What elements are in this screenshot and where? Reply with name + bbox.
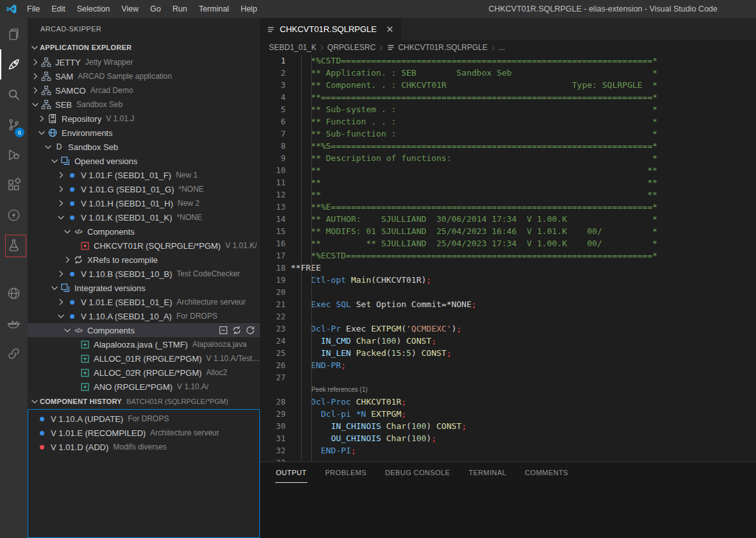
code-line-3[interactable]: 3 ** Component. . : CHKCVT01R Type: SQLR… bbox=[260, 79, 756, 91]
tree-item-sam[interactable]: SAMARCAD Sample application bbox=[28, 69, 260, 83]
breadcrumb-item-sebd1-01-k[interactable]: SEBD1_01_K bbox=[269, 43, 316, 52]
panel-tab-comments[interactable]: COMMENTS bbox=[524, 462, 569, 483]
chevron-down-icon[interactable] bbox=[37, 128, 47, 138]
code-line-12[interactable]: 12 ** ** bbox=[260, 189, 756, 201]
code-line-7[interactable]: 7 ** Sub-function : * bbox=[260, 128, 756, 140]
tree-item-xrefs-to-recompile[interactable]: XRefs to recompile bbox=[28, 253, 260, 267]
editor-tab-chkcvt01r[interactable]: CHKCVT01R.SQLRPGLE bbox=[260, 18, 401, 40]
chevron-right-icon[interactable] bbox=[56, 297, 66, 307]
code-line-22[interactable]: 22 bbox=[260, 310, 756, 323]
code-line-2[interactable]: 2 ** Application. : SEB Sandbox Seb * bbox=[260, 67, 756, 79]
breadcrumb-item-chkcvt01r-sqlrpgle[interactable]: CHKCVT01R.SQLRPGLE bbox=[386, 43, 487, 52]
code-line-26[interactable]: 26 END-PR; bbox=[260, 359, 756, 371]
code-line-23[interactable]: 23 Dcl-Pr Exec EXTPGM('QCMDEXC'); bbox=[260, 323, 756, 335]
chevron-down-icon[interactable] bbox=[56, 212, 66, 223]
menu-run[interactable]: Run bbox=[167, 0, 193, 18]
code-line-19[interactable]: 19 Ctl-opt Main(CHKCVT01R); bbox=[260, 274, 756, 286]
tree-item-v-1-01-k-sebd1-01-k[interactable]: V 1.01.K (SEBD1_01_K)*NONE bbox=[28, 210, 260, 224]
chevron-right-icon[interactable] bbox=[56, 170, 66, 180]
code-line-1[interactable]: 1 *%CSTD================================… bbox=[260, 55, 756, 67]
history-item-v-1-10-a-update[interactable]: V 1.10.A (UPDATE)For DROPS bbox=[28, 412, 259, 426]
panel-tab-debug-console[interactable]: DEBUG CONSOLE bbox=[384, 462, 451, 483]
component-history-header[interactable]: COMPONENT HISTORY BATCH01R (SQLRPGLE/*PG… bbox=[28, 394, 260, 409]
link-icon[interactable] bbox=[0, 339, 28, 369]
chevron-right-icon[interactable] bbox=[37, 113, 47, 124]
panel-tab-problems[interactable]: PROBLEMS bbox=[325, 462, 367, 483]
history-item-v-1-01-d-add[interactable]: V 1.01.D (ADD)Modifs diverses bbox=[28, 440, 259, 454]
extensions-icon[interactable] bbox=[0, 170, 28, 200]
tree-item-components[interactable]: </>Components bbox=[28, 323, 260, 337]
code-line-17[interactable]: 17 *%ECSTD==============================… bbox=[260, 249, 756, 262]
close-tab-icon[interactable] bbox=[385, 24, 395, 34]
menu-terminal[interactable]: Terminal bbox=[193, 0, 235, 18]
tree-item-sandbox-seb[interactable]: DSandbox Seb bbox=[28, 140, 260, 154]
source-control-icon[interactable]: 6 bbox=[0, 110, 28, 140]
tree-item-v-1-01-e-sebd1-01-e[interactable]: V 1.01.E (SEBD1_01_E)Architecture serveu… bbox=[28, 295, 260, 309]
code-line-29[interactable]: 29 Dcl-pi *N EXTPGM; bbox=[260, 408, 756, 420]
breadcrumb-item-[interactable]: ... bbox=[499, 43, 505, 52]
refresh-icon[interactable] bbox=[245, 325, 255, 335]
arcad-skipper-icon[interactable] bbox=[0, 49, 28, 80]
code-line-33[interactable]: 33 bbox=[260, 457, 756, 462]
code-line-28[interactable]: 28 Dcl-Proc CHKCVT01R; bbox=[260, 396, 756, 408]
code-line-16[interactable]: 16 ** ** SJULLIAND 25/04/2023 17:34 V 1.… bbox=[260, 237, 756, 249]
chevron-right-icon[interactable] bbox=[30, 85, 40, 96]
application-explorer-header[interactable]: APPLICATION EXPLORER bbox=[28, 40, 260, 55]
tree-item-v-1-01-h-sebd1-01-h[interactable]: V 1.01.H (SEBD1_01_H)New 2 bbox=[28, 196, 260, 210]
chevron-down-icon[interactable] bbox=[62, 325, 73, 335]
code-line-9[interactable]: 9 ** Description of functions: * bbox=[260, 152, 756, 164]
tree-item-v-1-01-g-sebd1-01-g[interactable]: V 1.01.G (SEBD1_01_G)*NONE bbox=[28, 182, 260, 196]
code-line-14[interactable]: 14 ** AUTHOR: SJULLIAND 30/06/2014 17:34… bbox=[260, 213, 756, 225]
chevron-right-icon[interactable] bbox=[62, 255, 73, 265]
docker-icon[interactable] bbox=[0, 308, 28, 339]
menu-view[interactable]: View bbox=[116, 0, 144, 18]
chevron-down-icon[interactable] bbox=[56, 311, 66, 321]
code-line-18[interactable]: 18**FREE bbox=[260, 262, 756, 274]
sync-icon[interactable] bbox=[232, 325, 242, 335]
breadcrumb-item-qrpglesrc[interactable]: QRPGLESRC bbox=[327, 43, 375, 52]
tree-item-environments[interactable]: Environments bbox=[28, 126, 260, 140]
code-line-25[interactable]: 25 IN_LEN Packed(15:5) CONST; bbox=[260, 347, 756, 359]
code-line-11[interactable]: 11 ** ** bbox=[260, 176, 756, 189]
menu-file[interactable]: File bbox=[21, 0, 46, 18]
panel-tab-output[interactable]: OUTPUT bbox=[275, 462, 307, 483]
code-line-8[interactable]: 8 **%S==================================… bbox=[260, 140, 756, 152]
code-line-31[interactable]: 31 OU_CHINOIS Char(100); bbox=[260, 432, 756, 444]
globe-icon[interactable] bbox=[0, 278, 28, 308]
tree-item-seb[interactable]: SEBSandbox Seb bbox=[28, 97, 260, 112]
run-and-debug-icon[interactable] bbox=[0, 140, 28, 170]
collapse-all-icon[interactable] bbox=[218, 325, 228, 335]
code-line-20[interactable]: 20 bbox=[260, 286, 756, 298]
code-line-10[interactable]: 10 ** ** bbox=[260, 164, 756, 176]
tree-item-v-1-01-f-sebd1-01-f[interactable]: V 1.01.F (SEBD1_01_F)New 1 bbox=[28, 168, 260, 182]
tree-item-jetty[interactable]: JETTYJetty Wrapper bbox=[28, 55, 260, 69]
tree-item-opened-versions[interactable]: Opened versions bbox=[28, 154, 260, 168]
tree-item-alloc-01r-rpgle-pgm[interactable]: ALLOC_01R (RPGLE/*PGM)V 1.10.A/Test a... bbox=[28, 351, 260, 366]
code-line-6[interactable]: 6 ** Function . . : * bbox=[260, 115, 756, 128]
code-line-13[interactable]: 13 **%E=================================… bbox=[260, 201, 756, 213]
flask-icon[interactable] bbox=[0, 230, 28, 260]
tree-item-components[interactable]: </>Components bbox=[28, 224, 260, 239]
tree-item-v-1-10-a-sebd1-10-a[interactable]: V 1.10.A (SEBD1_10_A)For DROPS bbox=[28, 309, 260, 323]
search-icon[interactable] bbox=[0, 80, 28, 110]
tree-item-ano-rpgle-pgm[interactable]: ANO (RPGLE/*PGM)V 1.10.A/ bbox=[28, 380, 260, 394]
explorer-icon[interactable] bbox=[0, 19, 28, 49]
chevron-down-icon[interactable] bbox=[30, 99, 40, 110]
menu-selection[interactable]: Selection bbox=[71, 0, 116, 18]
tree-item-repository[interactable]: RepositoryV 1.01.J bbox=[28, 112, 260, 126]
chevron-down-icon[interactable] bbox=[62, 226, 73, 237]
code-line-4[interactable]: 4 **====================================… bbox=[260, 91, 756, 103]
tree-item-integrated-versions[interactable]: Integrated versions bbox=[28, 281, 260, 295]
tree-item-alapalooza-java-stmf[interactable]: Alapalooza.java (_STMF)Alapalooza.java bbox=[28, 337, 260, 351]
chevron-down-icon[interactable] bbox=[49, 283, 60, 293]
menu-edit[interactable]: Edit bbox=[46, 0, 71, 18]
chevron-down-icon[interactable] bbox=[49, 156, 60, 166]
tree-item-chkcvt01r-sqlrpgle-pgm[interactable]: CHKCVT01R (SQLRPGLE/*PGM)V 1.01.K/ bbox=[28, 239, 260, 253]
history-item-v-1-01-e-recompiled[interactable]: V 1.01.E (RECOMPILED)Architecture serveu… bbox=[28, 426, 259, 440]
chevron-right-icon[interactable] bbox=[30, 57, 40, 67]
tree-item-alloc-02r-rpgle-pgm[interactable]: ALLOC_02R (RPGLE/*PGM)Alloc2 bbox=[28, 366, 260, 380]
chevron-right-icon[interactable] bbox=[56, 184, 66, 194]
code-editor[interactable]: 1 *%CSTD================================… bbox=[260, 55, 756, 462]
code-line-27[interactable]: 27 bbox=[260, 371, 756, 383]
tree-item-samco[interactable]: SAMCOArcad Demo bbox=[28, 83, 260, 97]
